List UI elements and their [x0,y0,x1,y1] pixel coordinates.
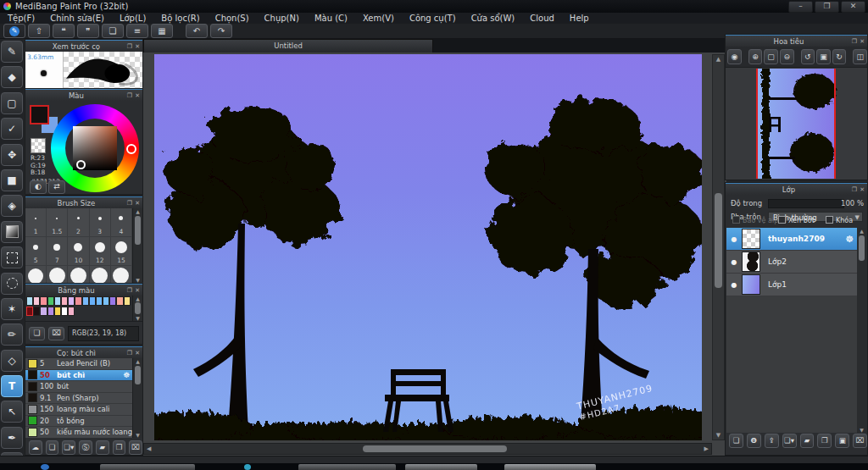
add-stencil-layer-button[interactable]: ⇪ [765,434,779,448]
brush-list-scrollbar[interactable]: ▲ ▼ [132,358,142,438]
add-8bit-layer-button[interactable]: ❽ [747,434,761,448]
brush-script-button[interactable]: Ⓢ [79,440,92,455]
palette-swatch[interactable] [68,296,75,306]
panel-popout-icon[interactable]: ❐ [127,350,132,357]
panel-popout-icon[interactable]: ❐ [852,38,857,45]
lasso-tool[interactable] [1,273,23,295]
panel-close-icon[interactable]: ✕ [135,200,140,207]
brush-size-cell[interactable]: 4 [111,208,132,237]
brush-size-cell[interactable] [47,266,68,283]
add-layer-button[interactable]: ❏ [729,434,743,448]
menu-item[interactable]: Xem(V) [355,13,402,24]
brush-size-scrollbar[interactable]: ▲ ▼ [132,208,142,283]
swap-colors-button[interactable]: ⇄ [48,180,65,194]
palette-swatch[interactable] [33,307,40,316]
paint-mode-button[interactable]: ✎ [3,24,25,38]
reset-rotation-button[interactable]: ▣ [816,49,831,64]
scroll-down-icon[interactable]: ▼ [713,432,724,439]
taskbar-app-button[interactable] [100,464,195,470]
navigator-thumbnail[interactable] [754,69,838,179]
palette-swatch[interactable] [68,307,75,316]
brush-size-cell[interactable]: 5 [25,237,47,266]
gradient-tool[interactable] [1,221,23,243]
comment-bubble-button[interactable]: ❝ [53,24,75,38]
snap-tool[interactable]: ✓ [1,118,23,140]
zoom-reset-button[interactable]: ◉ [727,49,742,64]
brush-size-cell[interactable]: 15 [111,237,132,266]
brush-size-cell[interactable]: 1 [25,208,47,237]
brush-size-cell[interactable]: 12 [90,237,111,266]
transparent-color-swatch[interactable] [31,138,46,153]
grid-layout-button[interactable]: ▦ [151,24,173,38]
comment-panel-button[interactable]: ❞ [77,24,99,38]
redo-button[interactable]: ↷ [210,24,232,38]
palette-swatch[interactable] [109,296,116,306]
scroll-down-icon[interactable]: ▼ [133,277,142,283]
panel-popout-icon[interactable]: ❐ [852,186,857,193]
layer-list-scrollbar[interactable]: ▲ ▼ [857,228,866,433]
brush-size-cell[interactable] [68,266,89,283]
palette-scrollbar[interactable]: ▲ ▼ [132,296,142,321]
scroll-up-icon[interactable]: ▲ [857,228,866,234]
menu-item[interactable]: Chọn(S) [208,13,257,24]
fill-shape-tool[interactable]: ■ [1,169,23,191]
panel-popout-icon[interactable]: ❐ [127,200,132,207]
brush-size-cell[interactable]: 10 [68,237,89,266]
panel-close-icon[interactable]: ✕ [135,43,140,50]
select-rect-tool[interactable] [1,246,23,268]
menu-item[interactable]: Cửa sổ(W) [464,13,523,24]
publish-button[interactable]: ⇧ [28,24,50,38]
restore-button[interactable]: ❐ [815,1,839,13]
delete-layer-button[interactable]: ⌧ [853,434,867,448]
document-tab[interactable]: Untitled [143,39,433,53]
panel-close-icon[interactable]: ✕ [860,186,865,193]
scroll-thumb[interactable] [135,216,141,245]
canvas-vertical-scrollbar[interactable]: ▲ ▼ [712,54,725,440]
palette-swatch[interactable] [96,296,103,306]
scroll-thumb[interactable] [715,193,722,288]
menu-item[interactable]: Màu (C) [307,13,355,24]
fit-window-button[interactable]: ▢ [764,49,778,64]
menu-item[interactable]: Chụp(N) [257,13,307,24]
brush-settings-gear-icon[interactable]: ☸ [123,371,130,379]
panel-popout-icon[interactable]: ❐ [127,92,132,99]
duplicate-brush-button[interactable]: ❐ [113,440,126,455]
minimize-button[interactable]: – [788,1,813,13]
flip-horizontal-button[interactable]: ◫ [853,49,867,64]
layer-visibility-icon[interactable]: ● [726,258,742,266]
palette-swatch[interactable] [54,296,61,306]
palette-swatch[interactable] [89,296,96,306]
layer-row[interactable]: ●thuyanh2709☸ [726,228,859,251]
scroll-up-icon[interactable]: ▲ [133,358,142,364]
palette-swatch[interactable] [116,296,123,306]
windows-taskbar[interactable] [0,463,868,470]
brush-folder-button[interactable]: ▰ [96,440,109,455]
palette-swatch[interactable] [47,307,54,316]
panel-close-icon[interactable]: ✕ [135,350,140,357]
menu-item[interactable]: Cloud [522,13,562,24]
palette-swatch[interactable] [40,307,47,316]
brush-size-cell[interactable]: 7 [47,237,68,266]
shape-brush-tool[interactable]: ▢ [1,92,23,114]
scroll-thumb[interactable] [859,235,865,261]
taskbar-app-button[interactable] [504,464,596,470]
layer-row[interactable]: ●Lớp2 [726,251,859,274]
layer-row[interactable]: ●Lớp1 [726,274,859,296]
scroll-up-icon[interactable]: ▲ [713,56,724,63]
panel-popout-icon[interactable]: ❐ [127,43,132,50]
scroll-up-icon[interactable]: ▲ [133,296,142,301]
layer-settings-gear-icon[interactable]: ☸ [845,234,854,245]
palette-swatch[interactable] [47,296,54,306]
brush-size-cell[interactable] [111,266,132,283]
brush-list-item[interactable]: 5Lead Pencil (B) [25,358,132,370]
eraser-tool[interactable]: ◆ [1,66,23,88]
scroll-down-icon[interactable]: ▼ [857,427,866,433]
rotate-left-button[interactable]: ↺ [801,49,815,64]
brush-size-cell[interactable]: 3 [90,208,111,237]
menu-item[interactable]: Bộ lọc(R) [153,13,207,24]
duplicate-layer-button[interactable]: ❐ [817,434,832,448]
eyedropper-tool[interactable]: ✒ [1,427,23,449]
rotate-right-button[interactable]: ↻ [832,49,847,64]
palette-swatch[interactable] [61,307,68,316]
palette-swatch[interactable] [75,296,81,306]
